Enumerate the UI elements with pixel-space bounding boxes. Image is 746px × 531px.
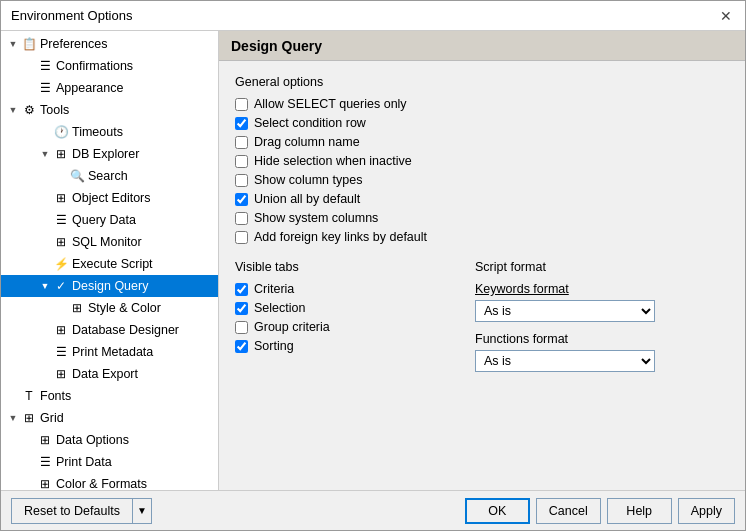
footer-left: Reset to Defaults ▼ bbox=[11, 498, 152, 524]
tree-label-print-data: Print Data bbox=[56, 455, 112, 469]
sidebar-item-data-options[interactable]: ⊞Data Options bbox=[1, 429, 218, 451]
tree-expand-execute-script bbox=[37, 256, 53, 272]
checkbox-label-drag-column: Drag column name bbox=[254, 135, 360, 149]
checkbox-label-allow-select: Allow SELECT queries only bbox=[254, 97, 407, 111]
sidebar-item-design-query[interactable]: ▼✓Design Query bbox=[1, 275, 218, 297]
checkbox-label-show-column-types: Show column types bbox=[254, 173, 362, 187]
tree-icon-db-explorer: ⊞ bbox=[53, 146, 69, 162]
tree-expand-search bbox=[53, 168, 69, 184]
sidebar-item-appearance[interactable]: ☰Appearance bbox=[1, 77, 218, 99]
checkbox-row-allow-select: Allow SELECT queries only bbox=[235, 97, 729, 111]
close-button[interactable]: ✕ bbox=[717, 7, 735, 25]
tree-expand-color-formats bbox=[21, 476, 37, 490]
visible-tabs-label: Visible tabs bbox=[235, 260, 455, 274]
checkbox-label-add-foreign-key: Add foreign key links by default bbox=[254, 230, 427, 244]
checkbox-allow-select[interactable] bbox=[235, 98, 248, 111]
main-panel: Design Query General options Allow SELEC… bbox=[219, 31, 745, 490]
sidebar-item-print-data[interactable]: ☰Print Data bbox=[1, 451, 218, 473]
tree-label-sql-monitor: SQL Monitor bbox=[72, 235, 142, 249]
tree-label-execute-script: Execute Script bbox=[72, 257, 153, 271]
sidebar-item-timeouts[interactable]: 🕐Timeouts bbox=[1, 121, 218, 143]
tree-label-db-explorer: DB Explorer bbox=[72, 147, 139, 161]
sidebar-item-style-color[interactable]: ⊞Style & Color bbox=[1, 297, 218, 319]
footer-right: OK Cancel Help Apply bbox=[465, 498, 735, 524]
help-button[interactable]: Help bbox=[607, 498, 672, 524]
sidebar-item-query-data[interactable]: ☰Query Data bbox=[1, 209, 218, 231]
general-options-checkboxes: Allow SELECT queries onlySelect conditio… bbox=[235, 97, 729, 244]
checkbox-label-select-condition: Select condition row bbox=[254, 116, 366, 130]
tree-expand-sql-monitor bbox=[37, 234, 53, 250]
two-column-section: Visible tabs CriteriaSelectionGroup crit… bbox=[235, 260, 729, 382]
sidebar-item-database-designer[interactable]: ⊞Database Designer bbox=[1, 319, 218, 341]
checkbox-row-hide-selection: Hide selection when inactive bbox=[235, 154, 729, 168]
keywords-format-select[interactable]: As isUppercaseLowercase bbox=[475, 300, 655, 322]
general-options-label: General options bbox=[235, 75, 729, 89]
sidebar-item-db-explorer[interactable]: ▼⊞DB Explorer bbox=[1, 143, 218, 165]
sidebar-item-preferences[interactable]: ▼📋Preferences bbox=[1, 33, 218, 55]
tree-label-tools: Tools bbox=[40, 103, 69, 117]
tree-icon-search: 🔍 bbox=[69, 168, 85, 184]
checkbox-label-show-system-cols: Show system columns bbox=[254, 211, 378, 225]
tree-label-object-editors: Object Editors bbox=[72, 191, 151, 205]
tree-label-data-export: Data Export bbox=[72, 367, 138, 381]
visible-tab-row-sorting: Sorting bbox=[235, 339, 455, 353]
ok-button[interactable]: OK bbox=[465, 498, 530, 524]
checkbox-drag-column[interactable] bbox=[235, 136, 248, 149]
checkbox-label-union-all: Union all by default bbox=[254, 192, 360, 206]
tree-icon-execute-script: ⚡ bbox=[53, 256, 69, 272]
sidebar-item-fonts[interactable]: TFonts bbox=[1, 385, 218, 407]
tree-icon-grid: ⊞ bbox=[21, 410, 37, 426]
tree-expand-data-options bbox=[21, 432, 37, 448]
tree-label-appearance: Appearance bbox=[56, 81, 123, 95]
visible-tab-checkbox-sorting[interactable] bbox=[235, 340, 248, 353]
reset-dropdown-arrow[interactable]: ▼ bbox=[132, 498, 152, 524]
sidebar-item-tools[interactable]: ▼⚙Tools bbox=[1, 99, 218, 121]
sidebar-item-grid[interactable]: ▼⊞Grid bbox=[1, 407, 218, 429]
tree-expand-design-query: ▼ bbox=[37, 278, 53, 294]
visible-tab-checkbox-criteria[interactable] bbox=[235, 283, 248, 296]
tree-label-confirmations: Confirmations bbox=[56, 59, 133, 73]
sidebar-item-confirmations[interactable]: ☰Confirmations bbox=[1, 55, 218, 77]
checkbox-select-condition[interactable] bbox=[235, 117, 248, 130]
checkbox-row-show-column-types: Show column types bbox=[235, 173, 729, 187]
visible-tabs-checkboxes: CriteriaSelectionGroup criteriaSorting bbox=[235, 282, 455, 353]
visible-tab-checkbox-group-criteria[interactable] bbox=[235, 321, 248, 334]
sidebar-item-sql-monitor[interactable]: ⊞SQL Monitor bbox=[1, 231, 218, 253]
tree-icon-database-designer: ⊞ bbox=[53, 322, 69, 338]
tree-expand-tools: ▼ bbox=[5, 102, 21, 118]
tree-icon-fonts: T bbox=[21, 388, 37, 404]
visible-tab-label-group-criteria: Group criteria bbox=[254, 320, 330, 334]
checkbox-show-system-cols[interactable] bbox=[235, 212, 248, 225]
panel-body: General options Allow SELECT queries onl… bbox=[219, 61, 745, 396]
tree-icon-query-data: ☰ bbox=[53, 212, 69, 228]
sidebar-item-print-metadata[interactable]: ☰Print Metadata bbox=[1, 341, 218, 363]
tree-icon-design-query: ✓ bbox=[53, 278, 69, 294]
functions-format-select[interactable]: As isUppercaseLowercase bbox=[475, 350, 655, 372]
functions-format-label: Functions format bbox=[475, 332, 729, 346]
sidebar-item-color-formats[interactable]: ⊞Color & Formats bbox=[1, 473, 218, 490]
tree-icon-preferences: 📋 bbox=[21, 36, 37, 52]
sidebar-item-data-export[interactable]: ⊞Data Export bbox=[1, 363, 218, 385]
reset-to-defaults-button[interactable]: Reset to Defaults bbox=[11, 498, 132, 524]
visible-tab-label-criteria: Criteria bbox=[254, 282, 294, 296]
tree-icon-sql-monitor: ⊞ bbox=[53, 234, 69, 250]
tree-icon-print-metadata: ☰ bbox=[53, 344, 69, 360]
visible-tab-checkbox-selection[interactable] bbox=[235, 302, 248, 315]
tree-expand-query-data bbox=[37, 212, 53, 228]
cancel-button[interactable]: Cancel bbox=[536, 498, 601, 524]
checkbox-hide-selection[interactable] bbox=[235, 155, 248, 168]
tree-label-preferences: Preferences bbox=[40, 37, 107, 51]
apply-button[interactable]: Apply bbox=[678, 498, 735, 524]
tree-icon-style-color: ⊞ bbox=[69, 300, 85, 316]
checkbox-union-all[interactable] bbox=[235, 193, 248, 206]
checkbox-show-column-types[interactable] bbox=[235, 174, 248, 187]
keywords-format-dropdown-row: As isUppercaseLowercase bbox=[475, 300, 729, 322]
visible-tab-row-selection: Selection bbox=[235, 301, 455, 315]
keywords-format-label: Keywords format bbox=[475, 282, 729, 296]
tree-expand-print-data bbox=[21, 454, 37, 470]
visible-tab-row-criteria: Criteria bbox=[235, 282, 455, 296]
sidebar-item-object-editors[interactable]: ⊞Object Editors bbox=[1, 187, 218, 209]
sidebar-item-search[interactable]: 🔍Search bbox=[1, 165, 218, 187]
checkbox-add-foreign-key[interactable] bbox=[235, 231, 248, 244]
sidebar-item-execute-script[interactable]: ⚡Execute Script bbox=[1, 253, 218, 275]
